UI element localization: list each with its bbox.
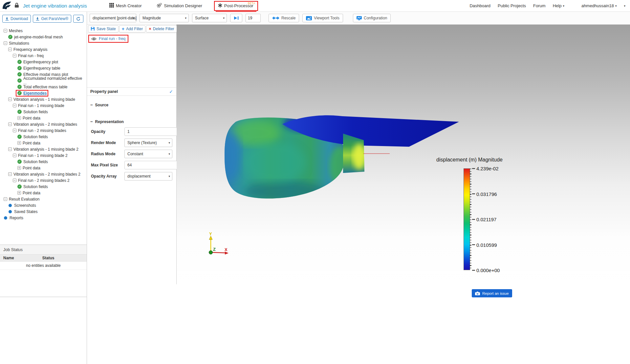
tree-item-icon[interactable]: [17, 184, 22, 189]
representation-select[interactable]: Surface ▾: [192, 14, 227, 22]
tree-item-label[interactable]: Saved States: [14, 209, 37, 214]
opacity-array-select[interactable]: displacement ▾: [124, 172, 172, 181]
nav-forum[interactable]: Forum: [533, 3, 546, 8]
tree-item-icon[interactable]: [17, 66, 22, 70]
tree-item-icon[interactable]: [13, 129, 16, 132]
frame-input[interactable]: [246, 14, 261, 22]
tree-item-icon[interactable]: [9, 204, 12, 207]
tree-item-icon[interactable]: [8, 147, 12, 151]
tree-item-icon[interactable]: [9, 210, 12, 213]
tree-item[interactable]: Frequency analysis: [0, 46, 87, 53]
component-select[interactable]: Magnitude ▾: [140, 14, 189, 22]
tree-item-icon[interactable]: [13, 104, 16, 107]
tree-item[interactable]: Final run - 2 missing blades 2: [0, 177, 87, 183]
tree-item[interactable]: Solution fields: [0, 183, 87, 190]
nav-help[interactable]: Help ▾: [553, 3, 564, 8]
tree-item-label[interactable]: Accumulated normalized effective ...: [23, 76, 86, 85]
nav-post-processor[interactable]: Post-Processor BETA: [214, 1, 258, 11]
download-button[interactable]: Download: [2, 15, 31, 23]
tree-item[interactable]: Eigenfrequency plot: [0, 59, 87, 65]
tree-item-icon[interactable]: [8, 48, 12, 51]
tree-item[interactable]: Point data: [0, 140, 87, 146]
tree-item[interactable]: Vibration analysis - 1 missing blade: [0, 96, 87, 102]
tree-item-icon[interactable]: [17, 166, 21, 170]
tree-item[interactable]: Result Evaluation: [0, 196, 87, 202]
tree-item-icon[interactable]: [17, 135, 22, 139]
tree-item-label[interactable]: Vibration analysis - 1 missing blade: [13, 97, 75, 102]
tree-item-label[interactable]: Final run - 1 missing blade 2: [18, 153, 68, 158]
tree-item-label[interactable]: Total effective mass table: [23, 85, 68, 89]
tree-item-icon[interactable]: [13, 179, 16, 182]
delete-filter-button[interactable]: × Delete Filter: [146, 25, 177, 32]
viewport-3d[interactable]: Y X Z displacement (m) Magnitude 4.239e-…: [177, 25, 630, 284]
tree-item[interactable]: Vibration analysis - 1 missing blade 2: [0, 146, 87, 152]
tree-item-label[interactable]: Solution fields: [23, 110, 48, 114]
simscale-logo[interactable]: [2, 1, 12, 11]
save-state-button[interactable]: Save State: [88, 25, 119, 32]
chevron-down-icon[interactable]: ▾: [624, 4, 625, 8]
configuration-button[interactable]: Configuration: [353, 14, 391, 22]
tree-item-icon[interactable]: [17, 141, 21, 145]
tree-item[interactable]: Vibration analysis - 2 missing blades 2: [0, 171, 87, 177]
tree-item-label[interactable]: Point data: [23, 141, 40, 145]
tree-item-label[interactable]: Simulations: [9, 41, 29, 46]
report-issue-button[interactable]: Report an issue: [472, 289, 512, 297]
tree-item-icon[interactable]: [8, 122, 12, 126]
tree-item-label[interactable]: Eigenfrequency table: [23, 66, 60, 71]
tree-item-icon[interactable]: [17, 85, 22, 89]
tree-item-label[interactable]: jet-engine-model-final mesh: [14, 35, 63, 39]
tree-item-label[interactable]: Frequency analysis: [13, 47, 47, 52]
tree-item[interactable]: Reports: [0, 215, 87, 221]
user-menu[interactable]: ahmedhussain18 ▾: [581, 3, 617, 8]
tree-item[interactable]: Point data: [0, 190, 87, 196]
tree-item-label[interactable]: Final run - 2 missing blades: [18, 128, 66, 133]
tree-item-icon[interactable]: [17, 78, 22, 83]
tree-item-icon[interactable]: [4, 29, 7, 32]
tree-item-label[interactable]: Solution fields: [23, 160, 48, 164]
tree-item[interactable]: Eigenfrequency table: [0, 65, 87, 71]
max-pixel-size-input[interactable]: [124, 161, 181, 169]
tree-item-icon[interactable]: [4, 197, 7, 201]
get-paraview-button[interactable]: Get ParaView®: [33, 15, 71, 23]
tree-item-label[interactable]: Point data: [23, 191, 40, 195]
field-select[interactable]: displacement [point-data] ▾: [90, 14, 136, 22]
add-filter-button[interactable]: + Add Filter: [119, 25, 146, 32]
refresh-button[interactable]: [73, 15, 83, 23]
tree-item-label[interactable]: Vibration analysis - 2 missing blades: [13, 122, 77, 127]
tree-item-icon[interactable]: [13, 54, 16, 57]
tree-item-label[interactable]: Solution fields: [23, 135, 48, 139]
nav-mesh-creator[interactable]: Mesh Creator: [106, 1, 145, 11]
nav-dashboard[interactable]: Dashboard: [469, 3, 490, 8]
tree-item-icon[interactable]: [13, 154, 16, 157]
filter-item-final-run-freq[interactable]: Final run - freq: [89, 35, 128, 42]
opacity-input[interactable]: [124, 127, 181, 136]
tree-item[interactable]: Final run - 1 missing blade: [0, 102, 87, 109]
tree-item-label[interactable]: Screenshots: [14, 203, 36, 208]
tree-item-icon[interactable]: [17, 60, 22, 64]
tree-item[interactable]: Screenshots: [0, 202, 87, 208]
tree-item-label[interactable]: Solution fields: [23, 184, 48, 189]
tree-item[interactable]: Solution fields: [0, 134, 87, 140]
tree-item[interactable]: Final run - freq: [0, 53, 87, 59]
section-source[interactable]: − Source: [87, 102, 176, 107]
tree-item-label[interactable]: Final run - 2 missing blades 2: [18, 178, 70, 183]
tree-item-icon[interactable]: [17, 110, 22, 114]
play-button[interactable]: [230, 14, 242, 22]
tree-item[interactable]: Meshes: [0, 28, 87, 34]
check-icon[interactable]: ✓: [169, 89, 173, 94]
viewport-tools-button[interactable]: Viewport Tools: [302, 14, 343, 22]
tree-item-label[interactable]: Vibration analysis - 2 missing blades 2: [13, 172, 80, 177]
tree-item[interactable]: Final run - 1 missing blade 2: [0, 152, 87, 159]
tree-item[interactable]: Final run - 2 missing blades: [0, 127, 87, 134]
nav-public-projects[interactable]: Public Projects: [498, 3, 526, 8]
section-representation[interactable]: − Representation: [87, 119, 176, 124]
tree-item[interactable]: Solution fields: [0, 109, 87, 115]
tree-item-icon[interactable]: [4, 216, 7, 220]
tree-item-label[interactable]: Final run - freq: [18, 54, 44, 58]
tree-item[interactable]: jet-engine-model-final mesh: [0, 34, 87, 40]
tree-item-label[interactable]: Point data: [23, 116, 40, 120]
tree-item-icon[interactable]: [8, 97, 12, 101]
tree-item[interactable]: Point data: [0, 165, 87, 171]
tree-item-label[interactable]: Point data: [23, 166, 40, 170]
tree-item[interactable]: Accumulated normalized effective ...: [0, 77, 87, 84]
